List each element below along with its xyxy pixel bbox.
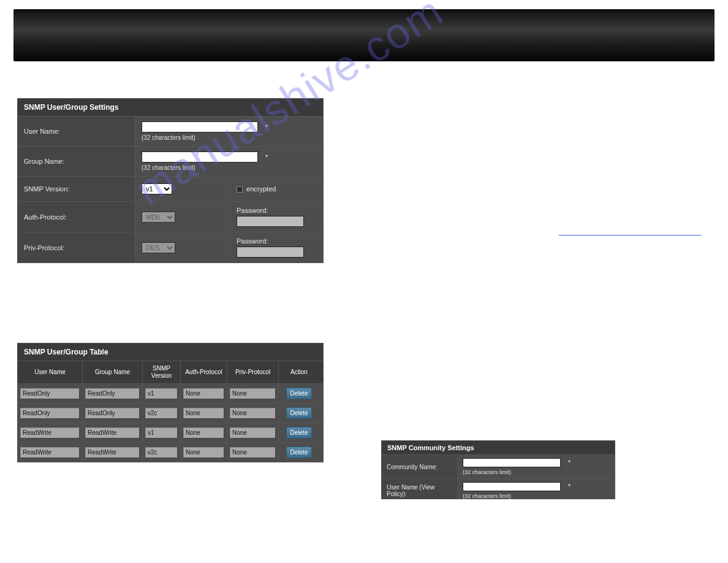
auth-protocol-select: MD5	[142, 212, 175, 223]
cell-group-name	[83, 404, 143, 423]
cell-group-name	[83, 384, 143, 403]
auth-protocol-label: Auth-Protocol:	[18, 202, 135, 232]
table-row: Delete	[18, 442, 323, 462]
required-asterisk: *	[568, 483, 571, 490]
cell-group-name-input	[85, 388, 140, 399]
table-row: Delete	[18, 423, 323, 442]
th-auth-protocol: Auth-Protocol	[181, 361, 227, 383]
cell-priv-protocol-input	[230, 408, 276, 419]
priv-password-label: Password:	[237, 237, 317, 245]
cell-priv-protocol	[227, 404, 279, 423]
community-name-label: Community Name:	[382, 455, 458, 478]
snmp-version-select[interactable]: v1	[142, 183, 172, 194]
cell-auth-protocol	[181, 404, 227, 423]
encrypted-checkbox[interactable]	[237, 186, 243, 193]
community-user-name-label: User Name (View Policy):	[382, 479, 458, 499]
user-name-label: User Name:	[18, 117, 135, 146]
priv-protocol-label: Priv-Protocol:	[18, 232, 135, 262]
cell-priv-protocol-input	[230, 427, 276, 439]
required-asterisk: *	[568, 459, 571, 466]
cell-snmp-version	[143, 404, 181, 423]
required-asterisk: *	[265, 123, 268, 131]
th-priv-protocol: Priv-Protocol	[227, 361, 279, 383]
table-panel-title: SNMP User/Group Table	[18, 343, 323, 361]
table-row: Delete	[18, 403, 323, 423]
cell-user-name	[18, 404, 83, 423]
cell-user-name	[18, 443, 83, 462]
cell-user-name-input	[20, 447, 80, 458]
cell-user-name-input	[20, 427, 80, 439]
cell-group-name	[83, 423, 143, 442]
community-user-name-input[interactable]	[463, 482, 561, 491]
cell-auth-protocol-input	[183, 408, 224, 419]
delete-button[interactable]: Delete	[286, 427, 313, 439]
encrypted-label: encrypted	[246, 185, 276, 193]
cell-priv-protocol	[227, 423, 279, 442]
th-user-name: User Name	[18, 361, 83, 383]
cell-action: Delete	[279, 423, 319, 442]
table-row: Delete	[18, 383, 323, 403]
th-group-name: Group Name	[83, 361, 143, 383]
community-user-name-hint: (32 characters limit)	[463, 493, 610, 499]
cell-snmp-version-input	[145, 388, 178, 399]
snmp-user-group-settings-panel: SNMP User/Group Settings User Name: * (3…	[17, 98, 324, 263]
required-asterisk: *	[265, 153, 268, 161]
snmp-user-group-table-panel: SNMP User/Group Table User Name Group Na…	[17, 343, 324, 462]
auth-password-label: Password:	[237, 207, 317, 214]
cell-user-name	[18, 384, 83, 403]
cell-auth-protocol-input	[183, 447, 224, 458]
cell-auth-protocol-input	[183, 388, 224, 399]
priv-protocol-select: DES	[142, 242, 175, 253]
cell-priv-protocol-input	[230, 388, 276, 399]
cell-group-name-input	[85, 427, 140, 439]
cell-auth-protocol	[181, 384, 227, 403]
link-underline	[559, 235, 701, 236]
cell-auth-protocol-input	[183, 427, 224, 439]
cell-priv-protocol	[227, 443, 279, 462]
cell-user-name	[18, 423, 83, 442]
cell-auth-protocol	[181, 443, 227, 462]
settings-panel-title: SNMP User/Group Settings	[18, 99, 323, 117]
th-snmp-version: SNMP Version	[143, 361, 181, 383]
cell-action: Delete	[279, 404, 319, 423]
cell-action: Delete	[279, 384, 319, 403]
cell-snmp-version-input	[145, 427, 178, 439]
cell-snmp-version	[143, 423, 181, 442]
cell-group-name-input	[85, 447, 140, 458]
cell-snmp-version	[143, 443, 181, 462]
cell-user-name-input	[20, 388, 80, 399]
community-name-input[interactable]	[463, 458, 561, 467]
user-name-input[interactable]	[142, 121, 258, 132]
table-header-row: User Name Group Name SNMP Version Auth-P…	[18, 361, 323, 383]
group-name-hint: (32 characters limit)	[142, 164, 317, 171]
community-name-hint: (32 characters limit)	[463, 469, 610, 475]
auth-password-input	[237, 216, 304, 227]
user-name-hint: (32 characters limit)	[142, 134, 317, 141]
delete-button[interactable]: Delete	[286, 388, 313, 399]
snmp-version-label: SNMP Version:	[18, 177, 135, 201]
cell-auth-protocol	[181, 423, 227, 442]
group-name-input[interactable]	[142, 151, 258, 163]
cell-snmp-version-input	[145, 408, 178, 419]
delete-button[interactable]: Delete	[286, 407, 313, 419]
cell-group-name	[83, 443, 143, 462]
priv-password-input	[237, 247, 304, 258]
cell-action: Delete	[279, 443, 319, 462]
cell-snmp-version	[143, 384, 181, 403]
cell-user-name-input	[20, 408, 80, 419]
cell-group-name-input	[85, 408, 140, 419]
community-panel-title: SNMP Community Settings	[382, 441, 615, 455]
snmp-community-settings-panel: SNMP Community Settings Community Name: …	[381, 440, 615, 499]
cell-priv-protocol-input	[230, 447, 276, 458]
delete-button[interactable]: Delete	[286, 446, 313, 458]
cell-snmp-version-input	[145, 447, 178, 458]
top-banner	[13, 9, 715, 61]
group-name-label: Group Name:	[18, 147, 135, 176]
th-action: Action	[279, 361, 319, 383]
cell-priv-protocol	[227, 384, 279, 403]
